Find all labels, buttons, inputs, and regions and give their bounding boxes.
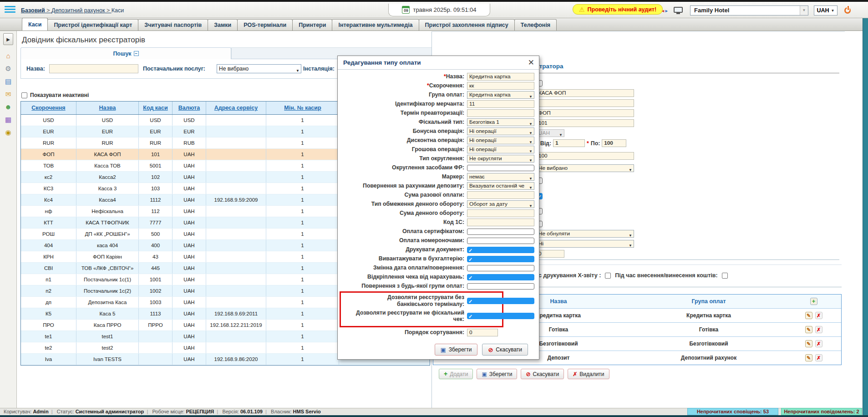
field-control[interactable]: 11 <box>467 100 534 108</box>
field-control[interactable]: Ні операції <box>467 146 534 153</box>
night-audit-warning[interactable]: ⚠ Проведіть нічний аудит! <box>573 4 663 15</box>
field-control[interactable]: Ні операції <box>467 127 534 135</box>
add-payment-icon[interactable] <box>810 298 817 305</box>
right-scroll-strip[interactable] <box>863 18 868 415</box>
edit-payment-icon[interactable] <box>805 354 812 361</box>
range-from-input[interactable]: 1 <box>553 139 585 147</box>
cancel-button[interactable]: ⊘ Скасувати <box>482 344 528 356</box>
field-control[interactable] <box>536 99 634 107</box>
delete-payment-icon[interactable] <box>815 326 822 333</box>
save-button[interactable]: ▣ Зберегти <box>435 344 478 356</box>
payment-group-header[interactable]: Група оплат <box>631 295 786 308</box>
module-tab[interactable]: Телефонія <box>514 19 557 31</box>
breadcrumb-item[interactable]: Базовий <box>21 7 51 14</box>
field-control[interactable]: Безготівка 1 <box>467 118 534 126</box>
sidebar-icon[interactable]: ☻ <box>0 101 16 113</box>
currency-select[interactable]: UAH ▼ <box>814 5 838 15</box>
workstation-icon[interactable] <box>674 7 683 13</box>
sidebar-icon[interactable]: ⌂ <box>0 50 16 62</box>
column-header[interactable]: Мін. № касир <box>266 102 339 114</box>
edit-payment-icon[interactable] <box>805 340 812 347</box>
field-control[interactable]: Вказувати останній че <box>467 182 534 190</box>
field-control[interactable] <box>467 265 534 271</box>
column-header[interactable]: Назва <box>76 102 139 114</box>
field-control[interactable]: немає <box>467 173 534 181</box>
module-tab[interactable]: Каси <box>22 18 48 31</box>
menu-icon[interactable] <box>5 6 15 14</box>
field-control[interactable] <box>467 247 534 253</box>
field-control[interactable] <box>467 165 534 171</box>
field-control[interactable] <box>467 283 534 290</box>
unread-notifications-badge[interactable]: Непрочитаних сповіщень: 53 <box>687 408 778 415</box>
collapse-icon[interactable]: − <box>134 51 139 56</box>
module-tab[interactable]: Пристрої ідентифікації карт <box>47 19 138 31</box>
panel-button[interactable]: Видалити <box>568 369 609 379</box>
module-tab[interactable]: Пристрої захоплення підпису <box>419 19 515 31</box>
field-control[interactable]: 0 <box>536 250 564 258</box>
chevron-down-icon[interactable]: ▼ <box>800 6 808 15</box>
field-control[interactable]: 100 <box>536 152 634 160</box>
column-header[interactable]: Валюта <box>173 102 206 114</box>
provider-filter-select[interactable]: Не вибрано <box>217 64 301 73</box>
field-control[interactable] <box>467 238 534 244</box>
breadcrumb-item[interactable]: Депозитний рахунок <box>51 7 112 14</box>
breadcrumb-item[interactable]: Каси <box>112 7 124 14</box>
column-header[interactable]: Код каси <box>139 102 173 114</box>
field-control[interactable] <box>467 298 534 304</box>
range-to-input[interactable]: 100 <box>602 139 626 147</box>
unread-messages-badge[interactable]: Непрочитаних повідомлень: 2 <box>781 408 862 415</box>
name-filter-input[interactable] <box>49 64 138 73</box>
field-control[interactable] <box>467 191 534 199</box>
field-control[interactable]: Не обнуляти <box>536 230 634 238</box>
module-tab[interactable]: Принтери <box>292 19 332 31</box>
delete-payment-icon[interactable] <box>815 354 822 361</box>
field-control[interactable]: Кредитна картка <box>467 73 534 81</box>
field-control[interactable] <box>467 109 534 117</box>
column-header[interactable]: Адреса сервісу <box>206 102 266 114</box>
close-icon[interactable]: ✕ <box>528 58 534 67</box>
field-control[interactable]: кк <box>467 82 534 90</box>
field-control[interactable]: ФОП <box>536 109 634 117</box>
field-control[interactable] <box>467 229 534 235</box>
sidebar-icon[interactable]: ✉ <box>0 88 16 101</box>
sidebar-icon[interactable]: ⚙ <box>0 62 16 75</box>
column-header[interactable]: Скорочення <box>21 102 76 114</box>
panel-button[interactable]: Зберегти <box>477 369 517 379</box>
delete-payment-icon[interactable] <box>815 312 822 319</box>
module-tab[interactable]: Інтерактивне мультимедіа <box>332 19 419 31</box>
field-control[interactable]: 0 <box>467 329 498 336</box>
module-tab[interactable]: Замки <box>208 19 238 31</box>
edit-payment-icon[interactable] <box>805 326 812 333</box>
field-control[interactable] <box>467 313 534 319</box>
module-tab[interactable]: Зчитувачі паспортів <box>138 19 208 31</box>
delete-payment-icon[interactable] <box>815 340 822 347</box>
field-control[interactable] <box>467 209 534 217</box>
panel-button[interactable]: Скасувати <box>521 369 564 379</box>
sidebar-icon[interactable]: ▤ <box>0 75 16 88</box>
sidebar-icon[interactable]: ◉ <box>0 126 16 139</box>
field-control[interactable] <box>467 256 534 262</box>
field-control[interactable]: Ні операції <box>467 137 534 144</box>
panel-button[interactable]: Додати <box>439 369 473 379</box>
power-logout-icon[interactable] <box>844 6 852 14</box>
module-tab[interactable]: POS-термінали <box>237 19 293 31</box>
field-control[interactable]: Ні <box>536 240 634 248</box>
field-control[interactable]: КАСА ФОП <box>536 89 634 97</box>
cash-io-checkbox[interactable] <box>722 273 728 279</box>
field-control[interactable] <box>467 274 534 280</box>
hotel-select[interactable]: Family Hotel ▼ <box>690 5 808 15</box>
sidebar-icon[interactable]: ▦ <box>0 113 16 126</box>
field-control[interactable] <box>467 219 534 226</box>
edit-payment-icon[interactable] <box>805 312 812 319</box>
x-report-checkbox[interactable] <box>605 273 611 279</box>
show-inactive-checkbox[interactable] <box>21 92 27 98</box>
field-control[interactable]: Не округляти <box>467 155 534 163</box>
field-control[interactable]: Оборот за дату <box>467 200 534 208</box>
field-control[interactable]: Кредитна картка <box>467 91 534 99</box>
search-panel-tab[interactable]: Пошук − <box>20 47 231 59</box>
field-control[interactable]: UAH <box>536 129 564 137</box>
sidebar-expand-icon[interactable]: ▶ <box>3 33 13 45</box>
field-control[interactable]: Не вибрано <box>536 164 634 172</box>
swap-arrows-icon[interactable]: ◄► <box>661 9 668 13</box>
field-control[interactable]: 101 <box>536 119 634 127</box>
